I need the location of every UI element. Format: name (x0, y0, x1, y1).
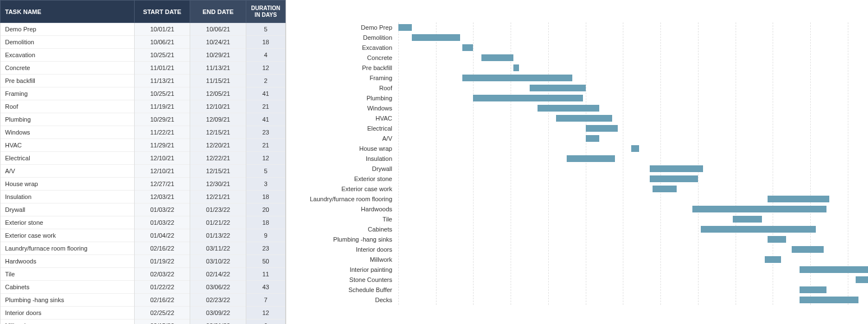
table-row[interactable]: Windows11/22/2112/15/2123 (1, 126, 286, 139)
cell-end-date[interactable]: 11/13/21 (190, 62, 246, 75)
cell-start-date[interactable]: 01/19/22 (134, 255, 190, 268)
gantt-bar[interactable] (653, 186, 677, 192)
table-row[interactable]: Insulation12/03/2112/21/2118 (1, 191, 286, 203)
cell-task-name[interactable]: Roof (1, 100, 135, 113)
col-header-duration[interactable]: DURATION IN DAYS (246, 1, 286, 23)
gantt-bar[interactable] (567, 155, 615, 162)
cell-end-date[interactable]: 12/30/21 (190, 178, 246, 191)
cell-task-name[interactable]: Demolition (1, 36, 135, 49)
cell-task-name[interactable]: Laundry/furnace room flooring (1, 242, 135, 255)
cell-end-date[interactable]: 10/24/21 (190, 36, 246, 49)
cell-start-date[interactable]: 11/01/21 (134, 62, 190, 75)
gantt-bar[interactable] (481, 54, 513, 61)
cell-start-date[interactable]: 01/03/22 (134, 216, 190, 229)
cell-task-name[interactable]: Pre backfill (1, 75, 135, 87)
cell-end-date[interactable]: 12/09/21 (190, 113, 246, 126)
cell-task-name[interactable]: House wrap (1, 178, 135, 191)
cell-duration[interactable]: 21 (246, 100, 286, 113)
table-row[interactable]: Electrical12/10/2112/22/2112 (1, 152, 286, 165)
cell-duration[interactable]: 12 (246, 307, 286, 320)
cell-duration[interactable]: 5 (246, 23, 286, 36)
cell-duration[interactable]: 2 (246, 75, 286, 87)
gantt-bar[interactable] (556, 115, 612, 122)
cell-start-date[interactable]: 12/10/21 (134, 165, 190, 178)
cell-duration[interactable]: 41 (246, 113, 286, 126)
table-row[interactable]: Exterior case work01/04/2201/13/229 (1, 229, 286, 242)
cell-duration[interactable]: 5 (246, 165, 286, 178)
cell-start-date[interactable]: 02/25/22 (134, 307, 190, 320)
cell-end-date[interactable]: 02/21/22 (190, 320, 246, 325)
gantt-bar[interactable] (733, 216, 762, 223)
gantt-bar[interactable] (398, 24, 412, 31)
cell-duration[interactable]: 23 (246, 126, 286, 139)
table-row[interactable]: Interior doors02/25/2203/09/2212 (1, 307, 286, 320)
table-row[interactable]: Plumbing10/29/2112/09/2141 (1, 113, 286, 126)
cell-start-date[interactable]: 11/13/21 (134, 75, 190, 87)
gantt-bar[interactable] (768, 236, 786, 243)
cell-start-date[interactable]: 02/15/22 (134, 320, 190, 325)
table-row[interactable]: Demolition10/06/2110/24/2118 (1, 36, 286, 49)
cell-task-name[interactable]: Cabinets (1, 281, 135, 294)
cell-duration[interactable]: 4 (246, 49, 286, 62)
gantt-bar[interactable] (412, 34, 460, 41)
cell-task-name[interactable]: Insulation (1, 191, 135, 203)
table-row[interactable]: Framing10/25/2112/05/2141 (1, 87, 286, 100)
table-row[interactable]: Drywall01/03/2201/23/2220 (1, 203, 286, 216)
cell-task-name[interactable]: Interior doors (1, 307, 135, 320)
cell-start-date[interactable]: 11/29/21 (134, 139, 190, 152)
gantt-bar[interactable] (530, 85, 586, 91)
cell-start-date[interactable]: 10/25/21 (134, 87, 190, 100)
gantt-bar[interactable] (650, 175, 698, 182)
cell-duration[interactable]: 11 (246, 268, 286, 281)
table-row[interactable]: Demo Prep10/01/2110/06/215 (1, 23, 286, 36)
gantt-bar[interactable] (631, 145, 639, 152)
cell-end-date[interactable]: 11/15/21 (190, 75, 246, 87)
cell-end-date[interactable]: 12/21/21 (190, 191, 246, 203)
cell-start-date[interactable]: 01/22/22 (134, 281, 190, 294)
cell-task-name[interactable]: A/V (1, 165, 135, 178)
cell-start-date[interactable]: 10/29/21 (134, 113, 190, 126)
cell-duration[interactable]: 20 (246, 203, 286, 216)
cell-end-date[interactable]: 12/22/21 (190, 152, 246, 165)
table-row[interactable]: Exterior stone01/03/2201/21/2218 (1, 216, 286, 229)
cell-start-date[interactable]: 11/19/21 (134, 100, 190, 113)
cell-task-name[interactable]: Plumbing -hang sinks (1, 294, 135, 307)
cell-duration[interactable]: 12 (246, 62, 286, 75)
cell-end-date[interactable]: 03/11/22 (190, 242, 246, 255)
cell-start-date[interactable]: 12/03/21 (134, 191, 190, 203)
cell-task-name[interactable]: Electrical (1, 152, 135, 165)
gantt-bar[interactable] (586, 125, 618, 132)
gantt-bar[interactable] (650, 165, 703, 172)
cell-end-date[interactable]: 12/15/21 (190, 165, 246, 178)
gantt-bar[interactable] (586, 135, 599, 142)
cell-duration[interactable]: 18 (246, 191, 286, 203)
cell-duration[interactable]: 43 (246, 281, 286, 294)
cell-duration[interactable]: 12 (246, 152, 286, 165)
cell-task-name[interactable]: Exterior stone (1, 216, 135, 229)
cell-start-date[interactable]: 02/16/22 (134, 294, 190, 307)
table-row[interactable]: Cabinets01/22/2203/06/2243 (1, 281, 286, 294)
cell-start-date[interactable]: 01/03/22 (134, 203, 190, 216)
cell-start-date[interactable]: 10/06/21 (134, 36, 190, 49)
cell-duration[interactable]: 6 (246, 320, 286, 325)
col-header-start[interactable]: START DATE (134, 1, 190, 23)
cell-end-date[interactable]: 12/05/21 (190, 87, 246, 100)
cell-start-date[interactable]: 11/22/21 (134, 126, 190, 139)
cell-end-date[interactable]: 01/23/22 (190, 203, 246, 216)
table-row[interactable]: House wrap12/27/2112/30/213 (1, 178, 286, 191)
gantt-bar[interactable] (800, 286, 826, 293)
gantt-bar[interactable] (462, 75, 572, 81)
gantt-bar[interactable] (513, 64, 519, 71)
gantt-bar[interactable] (856, 276, 868, 283)
cell-start-date[interactable]: 10/25/21 (134, 49, 190, 62)
cell-start-date[interactable]: 02/03/22 (134, 268, 190, 281)
cell-start-date[interactable]: 12/27/21 (134, 178, 190, 191)
cell-end-date[interactable]: 03/06/22 (190, 281, 246, 294)
cell-duration[interactable]: 41 (246, 87, 286, 100)
cell-end-date[interactable]: 01/13/22 (190, 229, 246, 242)
cell-task-name[interactable]: HVAC (1, 139, 135, 152)
gantt-bar[interactable] (800, 297, 858, 303)
cell-end-date[interactable]: 10/06/21 (190, 23, 246, 36)
gantt-bar[interactable] (473, 95, 582, 101)
cell-task-name[interactable]: Exterior case work (1, 229, 135, 242)
